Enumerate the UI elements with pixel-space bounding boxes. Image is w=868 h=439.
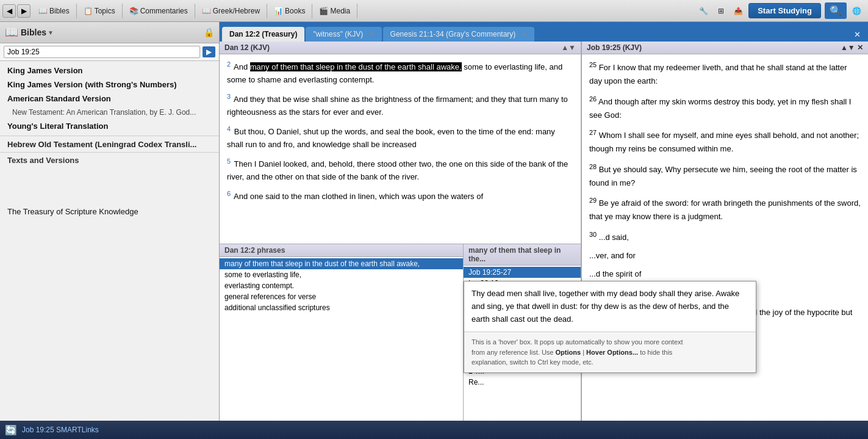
books-button[interactable]: 📊 Books	[270, 5, 309, 17]
job-verse-31: ...ver, and for	[589, 249, 861, 263]
close-panel-button[interactable]: ✕	[849, 27, 866, 42]
verse-num-3: 3	[227, 93, 231, 100]
topics-button[interactable]: 📋 Topics	[79, 5, 120, 17]
bible-group-hebrew[interactable]: Hebrew Old Testament (Leningrad Codex Tr…	[0, 136, 219, 151]
back-button[interactable]: ◀	[2, 4, 16, 18]
verse-num-4: 4	[227, 125, 231, 132]
sep5	[312, 4, 312, 18]
sep6	[357, 4, 357, 18]
phrase-item-4[interactable]: additional unclassified scriptures	[220, 302, 463, 313]
dan12-verse-6: 6 And one said to the man clothed in lin…	[227, 189, 573, 203]
forward-button[interactable]: ▶	[17, 4, 30, 18]
job-verse-num-25: 25	[589, 61, 597, 68]
job-panel-arrows[interactable]: ▲▼ ✕	[841, 43, 863, 52]
job-verse-27: 27 Whom I shall see for myself, and mine…	[589, 127, 861, 156]
commentaries-icon: 📚	[129, 7, 138, 15]
layout-button[interactable]: ⊞	[714, 5, 728, 17]
refs-header: many of them that sleep in the...	[464, 244, 581, 266]
commentaries-button[interactable]: 📚 Commentaries	[125, 5, 192, 17]
verse-num-2: 2	[227, 60, 231, 68]
hover-options-label[interactable]: Hover Options...	[586, 349, 638, 356]
tabs-bar: Dan 12:2 (Treasury) "witness" (KJV) ✕ Ge…	[220, 22, 868, 42]
job-verse-num-30: 30	[589, 231, 597, 238]
phrase-item-3[interactable]: general references for verse	[220, 291, 463, 302]
verse-num-5: 5	[227, 158, 231, 165]
sidebar-header: 📖 Bibles ▼ 🔒	[0, 22, 219, 43]
tab-genesis[interactable]: Genesis 21:1-34 (Gray's Commentary) ✕	[383, 27, 534, 42]
sep2	[122, 4, 123, 18]
main-area: 📖 Bibles ▼ 🔒 ▶ King James Version King J…	[0, 22, 868, 421]
sidebar-search-bar: ▶	[0, 43, 219, 61]
tab-witness[interactable]: "witness" (KJV) ✕	[306, 27, 381, 42]
phrases-panel: Dan 12:2 phrases many of them that sleep…	[220, 244, 464, 421]
sep4	[267, 4, 267, 18]
export-button[interactable]: 📤	[730, 5, 747, 17]
bible-book-icon: 📖	[5, 26, 18, 39]
globe-button[interactable]: 🌐	[848, 5, 866, 17]
bibles-button[interactable]: 📖 Bibles	[34, 5, 74, 17]
tab-dan12[interactable]: Dan 12:2 (Treasury)	[222, 27, 304, 42]
bible-item-ylt[interactable]: Young's Literal Translation	[0, 119, 219, 133]
phrase-item-2[interactable]: everlasting contempt.	[220, 280, 463, 291]
verse-num-6: 6	[227, 190, 231, 197]
dan12-panel: Dan 12 (KJV) ▲▼ 2 And many of them that …	[220, 42, 581, 421]
status-icon: 🔄	[5, 424, 17, 436]
top-toolbar: ◀ ▶ 📖 Bibles 📋 Topics 📚 Commentaries 📖 G…	[0, 0, 868, 22]
media-icon: 🎬	[319, 7, 328, 15]
hover-box: Thy dead men shall live, together with m…	[464, 281, 756, 373]
search-go-button[interactable]: ▶	[203, 46, 215, 57]
lock-icon[interactable]: 🔒	[204, 27, 214, 37]
hover-verse-text: Thy dead men shall live, together with m…	[464, 281, 756, 332]
panel-scroll-arrows[interactable]: ▲▼	[561, 43, 576, 52]
job-verse-28: 28 But ye should say, Why persecute we h…	[589, 161, 861, 190]
bible-item-kjv-strongs[interactable]: King James Version (with Strong's Number…	[0, 78, 219, 92]
bible-item-kjv[interactable]: King James Version	[0, 63, 219, 78]
refs-panel: many of them that sleep in the... Job 19…	[464, 244, 581, 421]
options-label: Options	[556, 349, 581, 356]
job-verse-num-29: 29	[589, 197, 597, 204]
greek-hebrew-button[interactable]: 📖 Greek/Hebrew	[198, 5, 264, 17]
dan12-verse-2: 2 And many of them that sleep in the dus…	[227, 59, 573, 87]
layout-icon: ⊞	[718, 7, 724, 15]
job-verse-num-27: 27	[589, 129, 597, 136]
job-verse-32: ...d the spirit of	[589, 267, 861, 281]
tools-icon: 🔧	[699, 7, 708, 15]
sep1	[76, 4, 77, 18]
books-icon: 📊	[274, 7, 283, 15]
start-studying-button[interactable]: Start Studying	[748, 3, 821, 18]
bible-item-asv[interactable]: American Standard Version	[0, 92, 219, 106]
texts-versions-label[interactable]: Texts and Versions	[0, 152, 219, 168]
media-button[interactable]: 🎬 Media	[315, 5, 354, 17]
search-button[interactable]: 🔍	[825, 2, 847, 19]
job-verse-num-28: 28	[589, 163, 597, 170]
job-verse-26: 26 And though after my skin worms destro…	[589, 93, 861, 123]
job-panel-header: Job 19:25 (KJV) ▲▼ ✕	[582, 42, 868, 54]
panels-container: Dan 12 (KJV) ▲▼ 2 And many of them that …	[220, 42, 868, 421]
dropdown-arrow-icon[interactable]: ▼	[48, 29, 54, 36]
hover-footer: This is a 'hover' box. It pops up automa…	[464, 332, 756, 372]
sep3	[195, 4, 195, 18]
tools-button[interactable]: 🔧	[695, 5, 712, 17]
export-icon: 📤	[734, 7, 743, 15]
verse-search-input[interactable]	[4, 46, 200, 58]
tab-genesis-close[interactable]: ✕	[522, 31, 527, 38]
dan12-verse-3: 3 And they that be wise shall shine as t…	[227, 92, 573, 119]
job-verse-25: 25 For I know that my redeemer liveth, a…	[589, 59, 861, 89]
bibles-icon: 📖	[38, 7, 48, 15]
phrases-header: Dan 12:2 phrases	[220, 244, 463, 257]
ref-item-10[interactable]: Re...	[464, 377, 581, 388]
dan12-panel-header: Dan 12 (KJV) ▲▼	[220, 42, 581, 54]
dan12-verse-content: 2 And many of them that sleep in the dus…	[220, 54, 581, 244]
content-area: Dan 12:2 (Treasury) "witness" (KJV) ✕ Ge…	[220, 22, 868, 421]
ref-item-0[interactable]: Job 19:25-27	[464, 267, 581, 278]
treasury-item[interactable]: The Treasury of Scripture Knowledge	[0, 205, 219, 219]
dan12-verse-5: 5 Then I Daniel looked, and, behold, the…	[227, 156, 573, 184]
sidebar: 📖 Bibles ▼ 🔒 ▶ King James Version King J…	[0, 22, 220, 421]
highlighted-text: many of them that sleep in the dust of t…	[250, 62, 462, 71]
tab-witness-close[interactable]: ✕	[369, 31, 375, 38]
phrase-list: many of them that sleep in the dust of t…	[220, 257, 463, 421]
phrase-item-0[interactable]: many of them that sleep in the dust of t…	[220, 258, 463, 269]
bible-item-american-trans[interactable]: New Testament: An American Translation, …	[0, 106, 219, 119]
phrase-item-1[interactable]: some to everlasting life,	[220, 269, 463, 280]
lower-split-area: Dan 12:2 phrases many of them that sleep…	[220, 244, 581, 421]
